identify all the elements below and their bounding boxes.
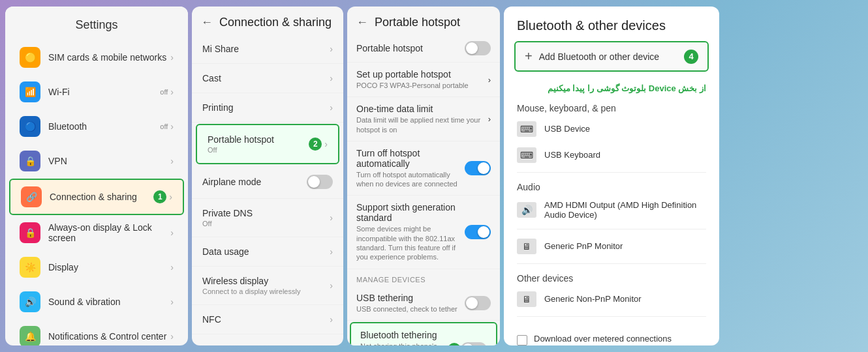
section-manage-devices: MANAGE DEVICES <box>347 269 500 286</box>
panel-settings: Settings 🟡 SIM cards & mobile networks ›… <box>5 7 188 345</box>
chevron-notifications: › <box>170 331 174 342</box>
label-printing: Printing <box>202 102 233 113</box>
step-badge-portable_hotspot: 2 <box>309 138 322 151</box>
toggle-bt_tethering[interactable] <box>461 342 487 345</box>
divider-display <box>517 263 706 264</box>
sidebar-item-sound[interactable]: 🔊 Sound & vibration › <box>9 285 184 319</box>
step-badge-connection: 1 <box>153 190 166 203</box>
label-wrap-private_dns: Private DNS Off <box>202 208 330 227</box>
label-wireless_display: Wireless display <box>202 276 268 286</box>
sidebar-item-vpn[interactable]: 🔒 VPN › <box>9 144 184 178</box>
hotspot-row-usb_tethering: USB tethering USB connected, check to te… <box>356 293 491 314</box>
connection-item-cast[interactable]: Cast › <box>192 64 343 93</box>
chevron-vpn: › <box>170 156 174 166</box>
download-metered-label: Download over metered connections <box>534 334 706 344</box>
label-airplane: Airplane mode <box>202 177 261 187</box>
bt-device-generic_pnp[interactable]: 🖥 Generic PnP Monitor <box>504 233 719 259</box>
panel-hotspot: ← Portable hotspot Portable hotspot Set … <box>347 7 500 345</box>
sidebar-item-bluetooth[interactable]: 🔵 Bluetooth off › <box>9 110 184 143</box>
hotspot-item-onetimedata[interactable]: One-time data limit Data limit will be a… <box>347 97 500 141</box>
bt-device-icon-amd_hdmi: 🔊 <box>517 202 536 218</box>
hotspot-row-sixthgen: Support sixth generation standard Some d… <box>356 202 491 261</box>
chevron-nfc: › <box>330 314 333 325</box>
connection-back-button[interactable]: ← <box>201 16 213 29</box>
label-wrap-airplane: Airplane mode <box>202 177 307 187</box>
add-bluetooth-device-button[interactable]: + Add Bluetooth or other device 4 <box>514 41 709 72</box>
hotspot-text-turnoff: Turn off hotspot automatically Turn off … <box>356 148 465 189</box>
toggle-usb_tethering[interactable] <box>465 296 491 310</box>
bt-device-icon-generic_pnp: 🖥 <box>517 239 536 254</box>
toggle-portable_hotspot_toggle[interactable] <box>465 41 491 55</box>
bt-device-amd_hdmi[interactable]: 🔊 AMD HDMI Output (AMD High Definition A… <box>504 195 719 225</box>
download-metered-desc: To help prevent extra charges, keep this… <box>534 345 706 346</box>
hotspot-title-setup: Set up portable hotspot <box>356 69 488 80</box>
bt-device-label-usb_device: USB Device <box>544 124 590 134</box>
sidebar-item-display[interactable]: ☀️ Display › <box>9 250 184 284</box>
hotspot-text-bt_tethering: Bluetooth tethering Not sharing this pho… <box>360 330 448 345</box>
download-metered-checkbox[interactable] <box>517 335 527 345</box>
bt-device-usb_keyboard[interactable]: ⌨ USB Keyboard <box>504 142 719 168</box>
toggle-sixthgen[interactable] <box>465 225 491 239</box>
sidebar-item-alwayson[interactable]: 🔒 Always-on display & Lock screen › <box>9 216 184 250</box>
connection-item-printing[interactable]: Printing › <box>192 93 343 123</box>
icon-sim: 🟡 <box>20 47 40 68</box>
divider-mouse_keyboard <box>517 172 706 173</box>
step-badge-4: 4 <box>684 50 698 64</box>
hotspot-title: Portable hotspot <box>375 16 460 29</box>
connection-header: ← Connection & sharing <box>192 7 343 35</box>
hotspot-item-portable_hotspot_toggle[interactable]: Portable hotspot <box>347 35 500 63</box>
label-display: Display <box>48 262 170 272</box>
label-nfc: NFC <box>202 314 221 325</box>
sub-wireless_display: Connect to a display wirelessly <box>202 287 330 295</box>
label-notifications: Notifications & Control center <box>48 331 170 342</box>
hotspot-item-sixthgen[interactable]: Support sixth generation standard Some d… <box>347 196 500 269</box>
hotspot-title-turnoff: Turn off hotspot automatically <box>356 148 465 169</box>
icon-vpn: 🔒 <box>20 151 40 171</box>
hotspot-item-turnoff[interactable]: Turn off hotspot automatically Turn off … <box>347 141 500 196</box>
label-wrap-cast: Cast <box>202 73 330 83</box>
chevron-connection: › <box>169 192 172 202</box>
connection-item-private_dns[interactable]: Private DNS Off › <box>192 199 343 237</box>
chevron-wifi: › <box>170 87 174 97</box>
sub-wifi: off <box>160 88 168 96</box>
sidebar-item-wifi[interactable]: 📶 Wi-Fi off › <box>9 75 184 109</box>
settings-list: 🟡 SIM cards & mobile networks › 📶 Wi-Fi … <box>5 40 188 345</box>
hotspot-desc-bt_tethering: Not sharing this phone's Internet connec… <box>360 342 448 345</box>
bluetooth-sections: Mouse, keyboard, & pen ⌨ USB Device ⌨ US… <box>504 98 719 321</box>
bt-device-label-generic_nonpnp: Generic Non-PnP Monitor <box>544 294 642 304</box>
chevron-display: › <box>170 262 174 272</box>
sidebar-item-notifications[interactable]: 🔔 Notifications & Control center › <box>9 319 184 345</box>
sidebar-item-sim[interactable]: 🟡 SIM cards & mobile networks › <box>9 40 184 74</box>
connection-item-portable_hotspot[interactable]: Portable hotspot Off 2› <box>196 124 339 164</box>
label-connection: Connection & sharing <box>50 192 153 202</box>
hotspot-item-bt_tethering[interactable]: Bluetooth tethering Not sharing this pho… <box>350 322 497 345</box>
label-wrap-nfc: NFC <box>202 314 330 325</box>
add-device-label: Add Bluetooth or other device <box>539 51 677 62</box>
bt-device-label-usb_keyboard: USB Keyboard <box>544 150 600 160</box>
connection-item-mishare[interactable]: Mi Share › <box>192 35 343 64</box>
step-badge-bt_tethering: 3 <box>448 343 461 345</box>
connection-item-wireless_display[interactable]: Wireless display Connect to a display wi… <box>192 267 343 305</box>
toggle-airplane[interactable] <box>307 175 333 189</box>
hotspot-item-usb_tethering[interactable]: USB tethering USB connected, check to te… <box>347 286 500 321</box>
hotspot-text-sixthgen: Support sixth generation standard Some d… <box>356 202 465 261</box>
hotspot-item-setup[interactable]: Set up portable hotspot POCO F3 WPA3-Per… <box>347 63 500 97</box>
label-sound: Sound & vibration <box>48 297 170 307</box>
connection-item-airplane[interactable]: Airplane mode <box>192 166 343 199</box>
hotspot-row-onetimedata: One-time data limit Data limit will be a… <box>356 104 491 134</box>
sidebar-item-connection[interactable]: 🔗 Connection & sharing 1 › <box>9 179 184 215</box>
label-wrap-portable_hotspot: Portable hotspot Off <box>208 134 309 154</box>
toggle-turnoff[interactable] <box>465 161 491 175</box>
label-wrap-wireless_display: Wireless display Connect to a display wi… <box>202 276 330 295</box>
label-mishare: Mi Share <box>202 44 239 54</box>
chevron-mishare: › <box>330 44 333 54</box>
bt-device-usb_device[interactable]: ⌨ USB Device <box>504 116 719 142</box>
connection-item-nfc[interactable]: NFC › <box>192 305 343 334</box>
panels-container: Settings 🟡 SIM cards & mobile networks ›… <box>0 0 868 352</box>
connection-item-data_usage[interactable]: Data usage › <box>192 237 343 267</box>
hotspot-back-button[interactable]: ← <box>356 16 368 29</box>
sub-private_dns: Off <box>202 220 330 227</box>
hotspot-list: Portable hotspot Set up portable hotspot… <box>347 35 500 345</box>
bt-device-generic_nonpnp[interactable]: 🖥 Generic Non-PnP Monitor <box>504 286 719 312</box>
hotspot-text-portable_hotspot_toggle: Portable hotspot <box>356 43 465 53</box>
